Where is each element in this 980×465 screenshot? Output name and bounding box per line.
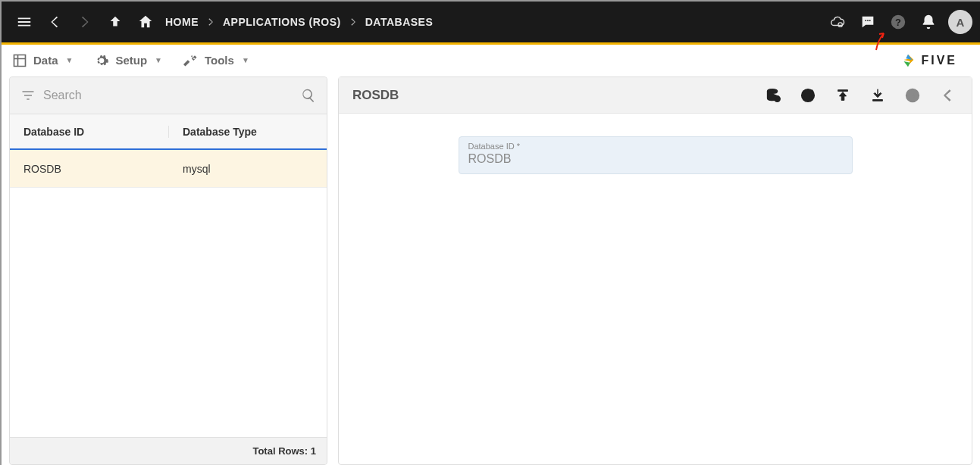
column-database-id[interactable]: Database ID <box>10 126 169 138</box>
help-icon[interactable]: ? <box>883 7 913 37</box>
home-icon[interactable] <box>130 7 161 37</box>
cell-database-type: mysql <box>169 163 327 175</box>
svg-text:?: ? <box>895 17 901 28</box>
field-value: ROSDB <box>468 152 843 166</box>
menu-data[interactable]: Data▼ <box>12 53 73 68</box>
brand-label: FIVE <box>921 54 957 67</box>
database-detail-panel: ROSDB <box>338 76 972 465</box>
svg-point-0 <box>838 23 843 27</box>
download-icon[interactable] <box>867 85 888 106</box>
svg-point-1 <box>865 20 866 21</box>
menu-tools-label: Tools <box>205 54 234 67</box>
cloud-icon[interactable] <box>822 7 853 37</box>
field-label: Database ID * <box>468 142 843 151</box>
table-row[interactable]: ROSDB mysql <box>10 150 327 188</box>
back-icon[interactable] <box>39 7 70 37</box>
menu-icon[interactable] <box>9 7 39 37</box>
search-icon[interactable] <box>301 88 316 103</box>
upload-icon[interactable] <box>832 85 853 106</box>
chevron-down-icon: ▼ <box>66 56 74 64</box>
chevron-right-icon <box>203 17 218 27</box>
avatar[interactable]: A <box>948 10 972 34</box>
search-input[interactable] <box>43 89 293 102</box>
chat-icon[interactable] <box>853 7 883 37</box>
database-id-field[interactable]: Database ID * ROSDB <box>459 136 853 174</box>
chevron-right-icon <box>346 17 361 27</box>
back-arrow-icon[interactable] <box>937 85 958 106</box>
column-database-type[interactable]: Database Type <box>169 126 327 138</box>
breadcrumb-applications[interactable]: APPLICATIONS (ROS) <box>218 16 346 28</box>
chevron-down-icon: ▼ <box>242 56 249 64</box>
up-icon[interactable] <box>100 7 130 37</box>
menu-setup-label: Setup <box>115 54 147 67</box>
menu-setup[interactable]: Setup▼ <box>94 53 162 68</box>
forward-icon <box>70 7 100 37</box>
bell-icon[interactable] <box>913 7 944 37</box>
sync-database-icon[interactable] <box>797 85 819 106</box>
history-icon[interactable] <box>902 85 923 106</box>
menu-data-label: Data <box>33 54 58 67</box>
svg-point-2 <box>867 20 869 21</box>
breadcrumb-home[interactable]: HOME <box>161 16 203 28</box>
add-database-icon[interactable] <box>762 85 784 106</box>
breadcrumb-databases[interactable]: DATABASES <box>361 16 438 28</box>
database-list-panel: Database ID Database Type ROSDB mysql To… <box>9 76 327 465</box>
svg-point-3 <box>869 20 871 21</box>
detail-title: ROSDB <box>352 88 399 103</box>
menu-tools[interactable]: Tools▼ <box>183 53 249 68</box>
cell-database-id: ROSDB <box>10 163 169 175</box>
filter-icon[interactable] <box>20 88 36 103</box>
table-footer: Total Rows: 1 <box>10 437 327 464</box>
brand-logo: FIVE <box>900 52 969 69</box>
table-header: Database ID Database Type <box>10 114 327 150</box>
chevron-down-icon: ▼ <box>155 56 162 64</box>
